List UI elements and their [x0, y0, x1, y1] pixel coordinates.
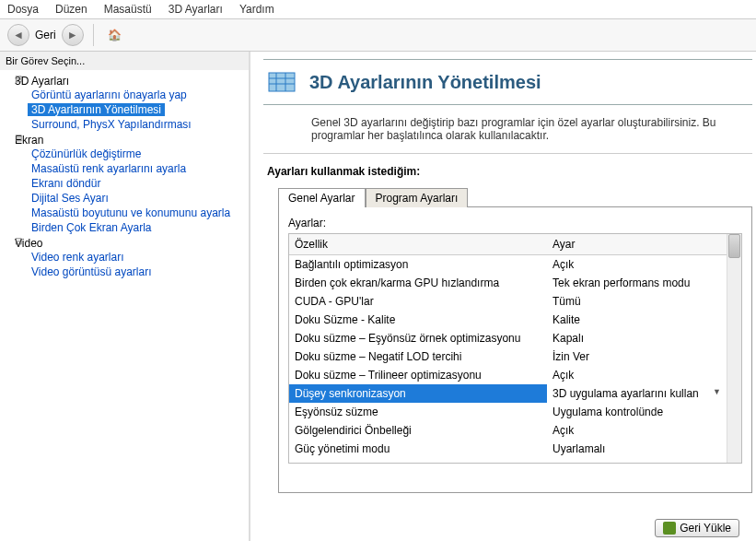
restore-button[interactable]: Geri Yükle	[655, 519, 739, 537]
settings-grid: Özellik Ayar Bağlantılı optimizasyonAçık…	[288, 233, 742, 464]
setting-feature: Bağlantılı optimizasyon	[289, 255, 547, 274]
back-button[interactable]: ◄	[7, 24, 29, 46]
setting-feature: CUDA - GPU'lar	[289, 292, 547, 311]
menu-help[interactable]: Yardım	[239, 3, 274, 16]
menubar: Dosya Düzen Masaüstü 3D Ayarları Yardım	[0, 0, 756, 19]
setting-feature: Kenar Yumuşatma - Ayarlar	[289, 458, 547, 464]
tree-cat-video[interactable]: Video Video renk ayarları Video görüntüs…	[15, 236, 247, 280]
setting-row[interactable]: Doku Süzme - KaliteKalite	[289, 311, 741, 329]
menu-file[interactable]: Dosya	[7, 3, 39, 16]
table-label: Ayarlar:	[288, 217, 742, 229]
setting-row[interactable]: Doku süzme – Negatif LOD tercihiİzin Ver	[289, 347, 741, 366]
tree-rotate[interactable]: Ekranı döndür	[28, 177, 100, 190]
page-title: 3D Ayarlarının Yönetilmesi	[309, 72, 541, 93]
nvidia-icon	[663, 522, 676, 535]
setting-row[interactable]: Eşyönsüz süzmeUygulama kontrolünde	[289, 403, 741, 421]
setting-row[interactable]: Bağlantılı optimizasyonAçık	[289, 255, 741, 274]
toolbar: ◄ Geri ► 🏠	[0, 19, 756, 52]
tab-global[interactable]: Genel Ayarlar	[278, 188, 366, 207]
menu-edit[interactable]: Düzen	[55, 3, 87, 16]
tree-video-image[interactable]: Video görüntüsü ayarları	[28, 265, 152, 278]
setting-row[interactable]: Gölgelendirici ÖnbelleğiAçık	[289, 421, 741, 440]
tab-program[interactable]: Program Ayarları	[366, 188, 469, 207]
setting-feature: Düşey senkronizasyon	[289, 384, 547, 403]
tree-size-pos[interactable]: Masaüstü boyutunu ve konumunu ayarla	[28, 206, 230, 219]
page-icon	[263, 64, 300, 100]
setting-value[interactable]: Kapalı	[547, 329, 741, 347]
setting-row[interactable]: CUDA - GPU'larTümü	[289, 292, 741, 311]
setting-value[interactable]: Açık	[547, 421, 741, 440]
forward-button[interactable]: ►	[62, 24, 84, 46]
grid-header: Özellik Ayar	[289, 234, 741, 255]
setting-value[interactable]: Kalite	[547, 311, 741, 329]
menu-desktop[interactable]: Masaüstü	[104, 3, 152, 16]
tree-preview-settings[interactable]: Görüntü ayarlarını önayarla yap	[28, 88, 187, 101]
sidebar: Bir Görev Seçin... 3D Ayarları Görüntü a…	[0, 52, 250, 541]
setting-value[interactable]: Uygulama kontrolünde	[547, 458, 741, 464]
setting-row[interactable]: Doku süzme – Trilineer optimizasyonuAçık	[289, 366, 741, 384]
col-feature: Özellik	[289, 234, 547, 254]
setting-feature: Eşyönsüz süzme	[289, 403, 547, 421]
home-button[interactable]: 🏠	[103, 23, 127, 47]
restore-label: Geri Yükle	[680, 522, 731, 535]
tree-cat-3d[interactable]: 3D Ayarları Görüntü ayarlarını önayarla …	[15, 74, 247, 133]
task-tree: 3D Ayarları Görüntü ayarlarını önayarla …	[0, 70, 249, 284]
setting-row[interactable]: Kenar Yumuşatma - AyarlarUygulama kontro…	[289, 458, 741, 464]
setting-feature: Doku süzme – Eşyönsüz örnek optimizasyon…	[289, 329, 547, 347]
arrow-right-icon: ►	[67, 29, 78, 41]
setting-row[interactable]: Doku süzme – Eşyönsüz örnek optimizasyon…	[289, 329, 741, 347]
home-icon: 🏠	[108, 29, 122, 41]
setting-feature: Güç yönetimi modu	[289, 440, 547, 458]
setting-feature: Birden çok ekran/karma GPU hızlandırma	[289, 274, 547, 292]
setting-feature: Doku süzme – Negatif LOD tercihi	[289, 347, 547, 366]
toolbar-separator	[93, 24, 94, 46]
page-header: 3D Ayarlarının Yönetilmesi	[263, 59, 752, 105]
tree-surround-physx[interactable]: Surround, PhysX Yapılandırması	[28, 118, 192, 131]
settings-panel: Ayarlar: Özellik Ayar Bağlantılı optimiz…	[278, 207, 752, 493]
section-label: Ayarları kullanmak istediğim:	[267, 165, 752, 178]
setting-row[interactable]: Düşey senkronizasyon3D uygulama ayarları…	[289, 384, 741, 403]
col-setting: Ayar	[547, 234, 741, 254]
setting-value[interactable]: 3D uygulama ayarlarını kullan▼	[547, 384, 741, 403]
sidebar-title: Bir Görev Seçin...	[0, 52, 249, 70]
page-description: Genel 3D ayarlarını değiştirip bazı prog…	[263, 105, 752, 154]
setting-value[interactable]: Açık	[547, 255, 741, 274]
setting-value[interactable]: İzin Ver	[547, 347, 741, 366]
scroll-thumb[interactable]	[728, 234, 740, 258]
tree-video-color[interactable]: Video renk ayarları	[28, 251, 124, 264]
setting-value[interactable]: Uyarlamalı	[547, 440, 741, 458]
setting-value[interactable]: Uygulama kontrolünde	[547, 403, 741, 421]
svg-rect-0	[269, 73, 295, 91]
menu-3d[interactable]: 3D Ayarları	[169, 3, 223, 16]
grid-scrollbar[interactable]	[727, 234, 741, 463]
tree-audio[interactable]: Dijital Ses Ayarı	[28, 192, 109, 205]
back-label: Geri	[35, 29, 56, 41]
dropdown-icon: ▼	[713, 387, 721, 396]
setting-row[interactable]: Birden çok ekran/karma GPU hızlandırmaTe…	[289, 274, 741, 292]
setting-row[interactable]: Güç yönetimi moduUyarlamalı	[289, 440, 741, 458]
setting-feature: Doku Süzme - Kalite	[289, 311, 547, 329]
setting-value[interactable]: Tümü	[547, 292, 741, 311]
setting-value[interactable]: Tek ekran performans modu	[547, 274, 741, 292]
tabs: Genel Ayarlar Program Ayarları	[278, 187, 752, 207]
setting-feature: Doku süzme – Trilineer optimizasyonu	[289, 366, 547, 384]
tree-cat-display[interactable]: Ekran Çözünürlük değiştirme Masaüstü ren…	[15, 133, 247, 236]
tree-multi-display[interactable]: Birden Çok Ekran Ayarla	[28, 221, 152, 234]
arrow-left-icon: ◄	[13, 29, 24, 41]
tree-color[interactable]: Masaüstü renk ayarlarını ayarla	[28, 162, 186, 175]
tree-manage-3d[interactable]: 3D Ayarlarının Yönetilmesi	[28, 103, 165, 116]
main-panel: 3D Ayarlarının Yönetilmesi Genel 3D ayar…	[250, 52, 756, 541]
setting-feature: Gölgelendirici Önbelleği	[289, 421, 547, 440]
setting-value[interactable]: Açık	[547, 366, 741, 384]
tree-resolution[interactable]: Çözünürlük değiştirme	[28, 147, 141, 160]
